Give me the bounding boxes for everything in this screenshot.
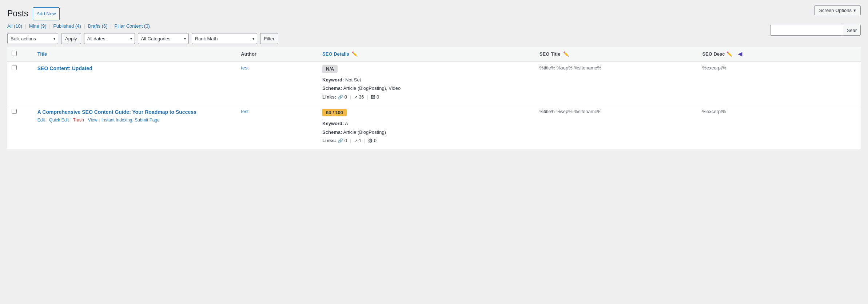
title-sort-link[interactable]: Title — [37, 51, 47, 57]
select-all-checkbox[interactable] — [12, 51, 17, 56]
table-header-row: Title Author SEO Details ✏️ SEO Title ✏️… — [7, 47, 861, 61]
row2-quick-edit-link[interactable]: Quick Edit — [49, 117, 69, 123]
filter-mine[interactable]: Mine (9) — [29, 23, 47, 29]
search-input[interactable] — [770, 25, 843, 36]
seo-details-edit-icon[interactable]: ✏️ — [352, 51, 358, 57]
row2-checkbox[interactable] — [12, 109, 17, 114]
link-other-icon: 🖼 — [371, 95, 375, 100]
screen-options-arrow: ▾ — [853, 8, 856, 13]
search-button[interactable]: Sear — [843, 25, 861, 36]
row2-seo-title-template: %title% %sep% %sitename% — [539, 109, 602, 114]
row2-links-other: 0 — [374, 138, 377, 143]
filter-pillar-content[interactable]: Pillar Content (0) — [114, 23, 150, 29]
row2-links-row: Links: 🔗 0 | ↗ 1 | 🖼 0 — [322, 136, 531, 145]
row2-links-internal: 0 — [345, 138, 347, 143]
table-row: SEO Content: Updated test N/A Keyword: N… — [7, 61, 861, 105]
rank-math-select[interactable]: Rank Math — [192, 33, 257, 44]
page-header: Posts Add New — [7, 7, 861, 20]
row2-author-link[interactable]: test — [241, 109, 248, 114]
row1-seo-desc-template: %excerpt% — [702, 65, 726, 71]
row2-trash-link[interactable]: Trash — [73, 117, 84, 123]
schema-label: Schema: — [322, 85, 342, 91]
row2-seo-desc-cell: %excerpt% — [698, 105, 861, 149]
link-external-icon-2: ↗ — [354, 138, 358, 143]
seo-details-sort-link[interactable]: SEO Details — [322, 51, 349, 57]
row1-schema-value: Article (BlogPosting), Video — [343, 85, 401, 91]
row1-keyword-value: Not Set — [345, 77, 361, 83]
th-author: Author — [236, 47, 318, 61]
row1-links-internal: 0 — [345, 94, 347, 100]
filter-button[interactable]: Filter — [260, 33, 279, 44]
row1-checkbox[interactable] — [12, 65, 17, 70]
row2-edit-link[interactable]: Edit — [37, 117, 45, 123]
row1-post-title-link[interactable]: SEO Content: Updated — [37, 65, 92, 71]
row1-schema-row: Schema: Article (BlogPosting), Video — [322, 84, 531, 92]
row2-author-cell: test — [236, 105, 318, 149]
row2-actions: Edit | Quick Edit | Trash | View | Insta… — [37, 117, 232, 123]
link-internal-icon: 🔗 — [338, 95, 343, 100]
row1-seo-title-cell: %title% %sep% %sitename% — [535, 61, 698, 105]
screen-options-area: Screen Options ▾ — [814, 5, 861, 15]
rank-math-wrap: Rank Math ▾ — [192, 33, 257, 44]
row2-instant-index-link[interactable]: Instant Indexing: Submit Page — [101, 117, 160, 123]
row1-title-cell: SEO Content: Updated — [33, 61, 236, 105]
filter-links: All (10) | Mine (9) | Published (4) | Dr… — [7, 23, 861, 29]
bulk-actions-select[interactable]: Bulk actions — [7, 33, 58, 44]
row1-links-row: Links: 🔗 0 | ↗ 36 | 🖼 0 — [322, 93, 531, 101]
row2-checkbox-cell — [7, 105, 33, 149]
row2-schema-value: Article (BlogPosting) — [343, 129, 386, 135]
table-row: A Comprehensive SEO Content Guide: Your … — [7, 105, 861, 149]
row1-keyword-row: Keyword: Not Set — [322, 76, 531, 84]
links-label: Links: — [322, 94, 336, 100]
all-dates-wrap: All dates ▾ — [84, 33, 135, 44]
row2-seo-score: 63 / 100 — [322, 109, 347, 116]
th-title: Title — [33, 47, 236, 61]
page-title: Posts — [7, 8, 28, 19]
title-wrap: Posts Add New — [7, 7, 60, 20]
all-categories-select[interactable]: All Categories — [138, 33, 189, 44]
row2-view-link[interactable]: View — [88, 117, 97, 123]
bulk-actions-wrap: Bulk actions ▾ — [7, 33, 58, 44]
row2-post-title-link[interactable]: A Comprehensive SEO Content Guide: Your … — [37, 109, 196, 115]
seo-desc-edit-icon[interactable]: ✏️ — [726, 51, 732, 57]
row2-seo-desc-template: %excerpt% — [702, 109, 726, 114]
th-seo-details: SEO Details ✏️ — [318, 47, 535, 61]
row1-links-external: 36 — [359, 94, 364, 100]
purple-arrow-annotation: ◄ — [737, 50, 744, 58]
keyword-label-2: Keyword: — [322, 121, 344, 126]
link-external-icon: ↗ — [354, 95, 358, 100]
row1-seo-score: N/A — [322, 65, 338, 73]
row2-keyword-row: Keyword: A — [322, 119, 531, 128]
seo-title-edit-icon[interactable]: ✏️ — [563, 51, 569, 57]
row1-checkbox-cell — [7, 61, 33, 105]
filter-published[interactable]: Published (4) — [53, 23, 81, 29]
link-internal-icon-2: 🔗 — [338, 138, 343, 143]
row2-keyword-value: A — [345, 121, 348, 126]
row2-links-external: 1 — [359, 138, 361, 143]
row1-seo-title-template: %title% %sep% %sitename% — [539, 65, 602, 71]
posts-table: Title Author SEO Details ✏️ SEO Title ✏️… — [7, 47, 861, 149]
row1-author-link[interactable]: test — [241, 65, 248, 71]
row2-seo-title-cell: %title% %sep% %sitename% — [535, 105, 698, 149]
screen-options-button[interactable]: Screen Options ▾ — [814, 5, 861, 15]
row2-schema-row: Schema: Article (BlogPosting) — [322, 128, 531, 136]
th-seo-desc-inner: SEO Desc ✏️ ◄ — [702, 50, 856, 58]
th-seo-desc: SEO Desc ✏️ ◄ — [698, 47, 861, 61]
row1-seo-desc-cell: %excerpt% — [698, 61, 861, 105]
row2-seo-cell: 63 / 100 Keyword: A Schema: Article (Blo… — [318, 105, 535, 149]
apply-button[interactable]: Apply — [61, 33, 81, 44]
filter-all[interactable]: All (10) — [7, 23, 22, 29]
row1-links-other: 0 — [377, 94, 379, 100]
add-new-button[interactable]: Add New — [33, 7, 60, 20]
schema-label-2: Schema: — [322, 129, 342, 135]
th-seo-title: SEO Title ✏️ — [535, 47, 698, 61]
link-other-icon-2: 🖼 — [368, 138, 373, 143]
toolbar: Bulk actions ▾ Apply All dates ▾ All Cat… — [7, 33, 861, 44]
th-checkbox — [7, 47, 33, 61]
all-categories-wrap: All Categories ▾ — [138, 33, 189, 44]
row2-title-cell: A Comprehensive SEO Content Guide: Your … — [33, 105, 236, 149]
filter-drafts[interactable]: Drafts (6) — [88, 23, 107, 29]
all-dates-select[interactable]: All dates — [84, 33, 135, 44]
links-label-2: Links: — [322, 138, 336, 143]
row1-author-cell: test — [236, 61, 318, 105]
